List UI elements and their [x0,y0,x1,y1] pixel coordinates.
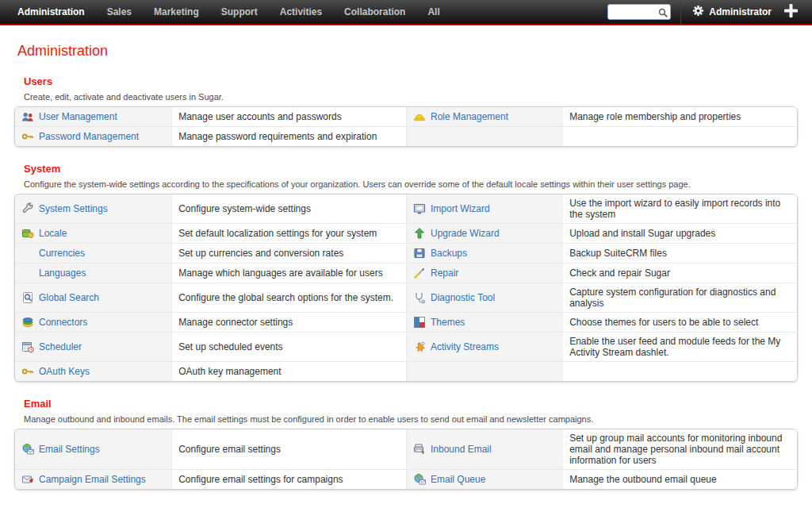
admin-item-name-cell: Locale [15,224,171,244]
nav-item-marketing[interactable]: Marketing [143,6,210,17]
section-description: Manage outbound and inbound emails. The … [24,414,798,424]
admin-item-name-cell: Campaign Email Settings [15,470,171,489]
admin-link-upgrade-wizard[interactable]: Upgrade Wizard [413,227,556,240]
admin-row: Email Settings Configure email settings … [15,429,797,470]
admin-item-name-cell: System Settings [15,194,171,224]
admin-link-label: Campaign Email Settings [39,474,146,485]
admin-link-label: Email Queue [431,474,485,485]
admin-item-name-cell: Inbound Email [406,429,562,470]
section-title: System [24,163,798,175]
upgrade-wizard-icon [413,227,426,240]
admin-link-backups[interactable]: Backups [413,247,556,260]
admin-link-currencies[interactable]: Currencies [21,247,165,260]
global-search-icon [21,291,34,304]
diagnostic-tool-icon [413,291,426,304]
admin-row: Campaign Email Settings Configure email … [15,470,797,489]
section-panel: Email Settings Configure email settings … [14,429,798,490]
module-nav: AdministrationSalesMarketingSupportActiv… [17,6,451,17]
search-icon[interactable] [658,7,668,21]
admin-item-name-cell: Upgrade Wizard [406,224,562,244]
search-box [607,4,671,20]
admin-link-locale[interactable]: Locale [21,227,165,240]
nav-item-activities[interactable]: Activities [269,6,333,17]
admin-link-label: Diagnostic Tool [431,292,495,303]
admin-item-description: Configure email settings for campaigns [171,470,406,489]
admin-item-name-cell: Email Settings [15,429,171,470]
admin-link-label: Currencies [39,248,85,259]
admin-link-label: System Settings [39,203,108,214]
admin-item-name-cell [406,362,562,381]
languages-icon [21,267,34,279]
nav-item-sales[interactable]: Sales [96,6,143,17]
admin-link-label: Email Settings [39,444,100,455]
admin-link-oauth-keys[interactable]: OAuth Keys [21,365,165,378]
admin-item-description: Configure the global search options for … [171,283,406,313]
admin-link-label: Backups [431,248,467,259]
admin-link-password-management[interactable]: Password Management [21,130,165,143]
admin-link-role-management[interactable]: Role Management [413,110,556,123]
oauth-keys-icon [21,365,34,378]
admin-link-user-management[interactable]: User Management [21,110,165,123]
admin-item-name-cell: Import Wizard [406,194,562,224]
section-title: Users [24,75,798,87]
admin-item-name-cell: Email Queue [406,470,562,489]
admin-item-description: Set up currencies and conversion rates [171,244,406,264]
admin-item-name-cell: Activity Streams [406,333,562,362]
admin-link-label: Scheduler [39,341,82,352]
admin-link-email-settings[interactable]: Email Settings [21,443,165,456]
admin-link-global-search[interactable]: Global Search [21,291,165,304]
user-menu[interactable]: Administrator [692,5,772,19]
nav-item-administration[interactable]: Administration [17,6,96,17]
admin-link-email-queue[interactable]: Email Queue [413,473,556,486]
admin-row: OAuth Keys OAuth key management [15,362,797,381]
locale-icon [21,227,34,240]
section-description: Create, edit, activate and deactivate us… [24,92,798,102]
admin-link-label: Import Wizard [431,203,490,214]
system-settings-icon [21,202,34,215]
admin-item-name-cell: Scheduler [15,333,171,362]
quick-add-button[interactable] [784,4,798,21]
admin-link-themes[interactable]: Themes [413,316,556,329]
admin-link-system-settings[interactable]: System Settings [21,202,165,215]
admin-item-description [562,362,797,381]
admin-item-description: Set up group mail accounts for monitorin… [562,429,797,470]
admin-link-languages[interactable]: Languages [21,267,165,279]
admin-link-repair[interactable]: Repair [413,267,556,279]
admin-item-name-cell: Connectors [15,313,171,333]
page-title: Administration [17,43,798,60]
admin-link-diagnostic-tool[interactable]: Diagnostic Tool [413,291,556,304]
admin-link-inbound-email[interactable]: Inbound Email [413,443,556,456]
navbar-divider [680,0,681,25]
section-panel: System Settings Configure system-wide se… [14,194,798,382]
currencies-icon [21,247,34,260]
admin-link-import-wizard[interactable]: Import Wizard [413,202,556,215]
admin-link-connectors[interactable]: Connectors [21,316,165,329]
admin-item-name-cell: Password Management [15,127,171,146]
admin-item-description: Configure email settings [171,429,406,470]
nav-item-all[interactable]: All [416,6,450,17]
admin-row: User Management Manage user accounts and… [15,107,797,127]
admin-row: Locale Set default localization settings… [15,224,797,244]
nav-item-support[interactable]: Support [210,6,269,17]
admin-item-name-cell: OAuth Keys [15,362,171,381]
section-email: Email Manage outbound and inbound emails… [14,398,798,490]
admin-link-label: Password Management [39,131,139,142]
admin-item-description: Use the import wizard to easily import r… [562,194,797,224]
sections-container: Users Create, edit, activate and deactiv… [14,75,798,508]
nav-item-collaboration[interactable]: Collaboration [333,6,416,17]
admin-link-campaign-email-settings[interactable]: Campaign Email Settings [21,473,165,486]
admin-row: Connectors Manage connector settings The… [15,313,797,333]
themes-icon [413,316,426,329]
admin-link-label: Locale [39,228,67,239]
import-wizard-icon [413,202,426,215]
admin-link-label: Languages [39,267,86,279]
inbound-email-icon [413,443,426,456]
admin-row: System Settings Configure system-wide se… [15,194,797,224]
admin-row: Languages Manage which languages are ava… [15,264,797,283]
admin-item-description: Configure system-wide settings [171,194,406,224]
email-settings-icon [21,443,34,456]
admin-item-description: OAuth key management [171,362,406,381]
email-queue-icon [413,473,426,486]
admin-link-scheduler[interactable]: Scheduler [21,341,165,353]
admin-link-activity-streams[interactable]: Activity Streams [413,341,556,353]
